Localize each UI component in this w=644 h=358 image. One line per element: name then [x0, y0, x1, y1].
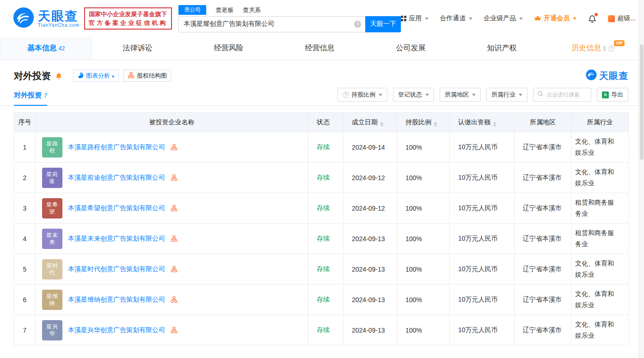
row-status: 存续	[308, 254, 343, 285]
row-industry: 租赁和商务服务业	[571, 224, 629, 254]
row-region: 辽宁省本溪市	[515, 224, 571, 254]
col-region: 所属地区	[515, 113, 571, 132]
search-icon	[537, 91, 544, 99]
search-area: 查公司 查老板 查关系 × 天眼一下	[178, 5, 401, 32]
filter-registration-status-label: 登记状态	[398, 91, 422, 99]
menu-enterprise-label: 企业级产品	[484, 14, 516, 23]
sort-icon[interactable]	[380, 122, 384, 127]
row-established-date: 2024-09-13	[343, 315, 397, 346]
tab-company-development[interactable]: 公司发展	[365, 37, 456, 60]
equity-chart-icon[interactable]	[171, 266, 178, 273]
top-header: 天眼查 TianYanCha.com 国家中小企业发展子基金旗下 官方备案企业征…	[0, 0, 638, 37]
brand-logo[interactable]: 天眼查 TianYanCha.com	[13, 7, 80, 30]
company-avatar[interactable]: 星前途	[42, 168, 62, 188]
filter-holding-ratio[interactable]: ? 持股比例	[337, 88, 387, 102]
certification-line1: 国家中小企业发展子基金旗下	[89, 10, 167, 18]
col-subscribed-capital-label: 认缴出资额	[458, 118, 491, 126]
search-submit-button[interactable]: 天眼一下	[365, 16, 401, 32]
table-search-input[interactable]	[546, 91, 588, 98]
company-name-link[interactable]: 本溪星时代创意广告策划有限公司	[68, 265, 165, 273]
tab-company-development-label: 公司发展	[396, 43, 426, 53]
row-holding-ratio: 100%	[397, 224, 450, 254]
page-scrollbar[interactable]	[638, 0, 644, 358]
tab-history-info[interactable]: VIP 历史信息 1 ?	[547, 37, 638, 60]
equity-chart-icon[interactable]	[171, 235, 178, 242]
equity-chart-icon[interactable]	[171, 144, 178, 151]
chart-analysis-button[interactable]: 图表分析 ▸	[73, 70, 119, 82]
equity-chart-icon[interactable]	[171, 205, 178, 212]
export-button[interactable]: X 导出	[597, 88, 628, 102]
table-row: 2 星前途 本溪星前途创意广告策划有限公司 存续 2024-09-12 100%…	[14, 163, 629, 193]
monitor-bell-icon[interactable]	[55, 72, 63, 80]
tab-history-info-count: 1	[603, 45, 606, 52]
subtab-outbound-investment[interactable]: 对外投资 7	[14, 91, 47, 106]
scrollbar-thumb[interactable]	[640, 44, 644, 160]
filter-industry[interactable]: 所属行业	[486, 88, 527, 102]
col-established-date[interactable]: 成立日期	[343, 113, 397, 132]
menu-cooperation[interactable]: 合作通道	[440, 14, 472, 23]
company-avatar[interactable]: 星维纳	[42, 290, 62, 310]
filter-industry-label: 所属行业	[491, 91, 515, 99]
col-serial: 序号	[14, 113, 36, 132]
company-name-link[interactable]: 本溪星兴华创意广告策划有限公司	[68, 326, 165, 334]
row-established-date: 2024-09-12	[343, 163, 397, 193]
company-name-link[interactable]: 本溪星路程创意广告策划有限公司	[68, 143, 165, 152]
top-menu: 应用 合作通道 企业级产品 开通会员	[401, 14, 636, 23]
row-status: 存续	[308, 163, 343, 193]
search-tab-relation[interactable]: 查关系	[243, 6, 261, 14]
row-serial: 5	[14, 254, 36, 285]
subtab-count: 7	[44, 92, 47, 99]
company-name-link[interactable]: 本溪星未来创意广告策划有限公司	[68, 235, 165, 243]
menu-super-vip[interactable]: 超级...	[608, 14, 636, 23]
equity-structure-button[interactable]: 股权结构图	[123, 70, 171, 82]
search-input-box: ×	[178, 16, 365, 32]
row-status: 存续	[308, 315, 343, 346]
equity-chart-icon[interactable]	[171, 327, 178, 334]
watermark-logo: 天眼查	[586, 69, 628, 82]
help-question-icon[interactable]: ?	[608, 45, 614, 52]
table-row: 6 星维纳 本溪星维纳创意广告策划有限公司 存续 2024-09-13 100%…	[14, 285, 629, 315]
sort-icon[interactable]	[434, 122, 437, 127]
tab-operation-risk[interactable]: 经营风险	[183, 37, 274, 60]
filter-region[interactable]: 所属地区	[440, 88, 481, 102]
menu-apps[interactable]: 应用	[401, 14, 429, 23]
sort-icon[interactable]	[493, 122, 497, 127]
col-subscribed-capital[interactable]: 认缴出资额	[450, 113, 515, 132]
company-avatar[interactable]: 星路程	[42, 137, 62, 158]
row-serial: 3	[14, 193, 36, 224]
menu-enterprise[interactable]: 企业级产品	[484, 14, 523, 23]
row-company-cell: 星路程 本溪星路程创意广告策划有限公司	[36, 132, 308, 163]
company-name-link[interactable]: 本溪星维纳创意广告策划有限公司	[68, 296, 165, 304]
tab-operation-info[interactable]: 经营信息	[274, 37, 365, 60]
menu-open-vip[interactable]: 开通会员	[534, 14, 577, 23]
filter-registration-status[interactable]: 登记状态	[393, 88, 434, 102]
row-industry: 文化、体育和娱乐业	[571, 163, 629, 193]
company-avatar[interactable]: 星未来	[42, 229, 62, 249]
row-company-cell: 星前途 本溪星前途创意广告策划有限公司	[36, 163, 308, 193]
row-subscribed-capital: 10万元人民币	[450, 315, 515, 346]
tab-intellectual-property[interactable]: 知识产权	[456, 37, 547, 60]
table-search-box[interactable]	[533, 88, 591, 102]
search-tab-boss[interactable]: 查老板	[215, 6, 233, 14]
brand-logo-text: 天眼查 TianYanCha.com	[38, 10, 80, 28]
pie-chart-icon	[77, 72, 84, 80]
tab-legal-litigation[interactable]: 法律诉讼	[92, 37, 183, 60]
row-region: 辽宁省本溪市	[515, 254, 571, 285]
company-avatar[interactable]: 星兴华	[42, 320, 62, 340]
company-avatar[interactable]: 星时代	[42, 259, 62, 279]
col-holding-ratio[interactable]: 持股比例	[397, 113, 450, 132]
company-avatar[interactable]: 星希望	[42, 198, 62, 218]
company-name-link[interactable]: 本溪星前途创意广告策划有限公司	[68, 174, 165, 182]
brand-domain: TianYanCha.com	[38, 23, 80, 28]
tab-basic-info[interactable]: 基本信息 42	[0, 37, 92, 60]
company-name-link[interactable]: 本溪星希望创意广告策划有限公司	[68, 204, 165, 212]
search-tab-company[interactable]: 查公司	[178, 5, 206, 15]
row-established-date: 2024-09-12	[343, 193, 397, 224]
notification-bell[interactable]	[588, 14, 597, 23]
search-tabs: 查公司 查老板 查关系	[178, 5, 401, 15]
row-established-date: 2024-09-14	[343, 132, 397, 163]
company-search-input[interactable]	[178, 16, 365, 32]
equity-chart-icon[interactable]	[171, 174, 178, 181]
equity-chart-icon[interactable]	[171, 296, 178, 303]
clear-input-icon[interactable]: ×	[354, 21, 361, 28]
